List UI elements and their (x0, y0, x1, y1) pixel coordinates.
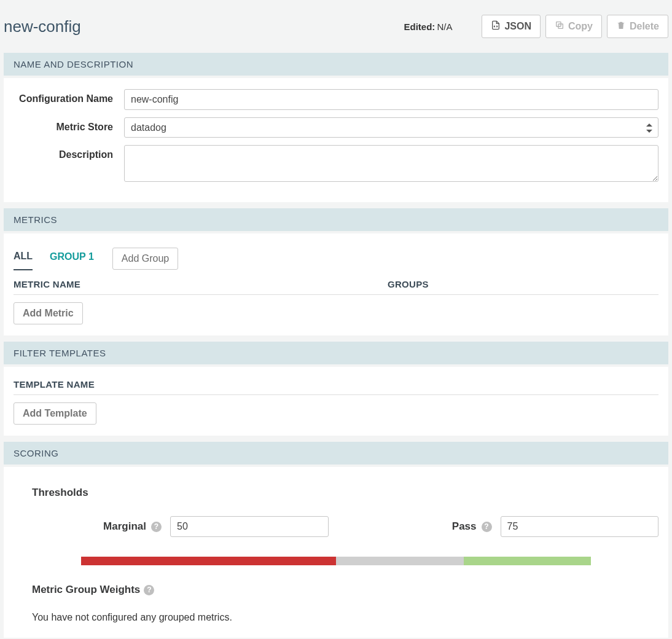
marginal-label: Marginal (103, 520, 146, 533)
thresholds-row: Marginal ? Pass ? (14, 516, 658, 537)
config-name-label: Configuration Name (14, 89, 124, 105)
bar-segment-marginal (336, 557, 464, 565)
col-metric-name: METRIC NAME (14, 279, 388, 289)
page-header: new-config Edited: N/A JSON Copy Delete (4, 4, 668, 47)
tab-all[interactable]: ALL (14, 247, 33, 270)
add-group-button[interactable]: Add Group (112, 248, 178, 270)
panel-metrics: ALL GROUP 1 Add Group METRIC NAME GROUPS… (4, 233, 668, 335)
add-template-button[interactable]: Add Template (14, 402, 96, 425)
templates-table-head: TEMPLATE NAME (14, 379, 658, 395)
bar-segment-fail (81, 557, 336, 565)
help-icon[interactable]: ? (151, 522, 162, 532)
section-header-filter-templates: FILTER TEMPLATES (4, 342, 668, 364)
page-title: new-config (4, 17, 81, 36)
metric-group-weights-title: Metric Group Weights ? (32, 584, 658, 596)
edited-value: N/A (437, 22, 452, 32)
metric-store-label: Metric Store (14, 117, 124, 133)
copy-button[interactable]: Copy (545, 15, 602, 38)
description-label: Description (14, 145, 124, 161)
delete-button[interactable]: Delete (607, 15, 668, 38)
section-header-scoring: SCORING (4, 442, 668, 465)
section-header-metrics: METRICS (4, 208, 668, 231)
section-header-name-desc: NAME AND DESCRIPTION (4, 53, 668, 76)
file-code-icon (491, 20, 501, 33)
metrics-table-head: METRIC NAME GROUPS (14, 279, 658, 295)
col-template-name: TEMPLATE NAME (14, 379, 95, 390)
thresholds-title: Thresholds (32, 487, 658, 499)
edited-label: Edited: (404, 22, 436, 32)
col-groups: GROUPS (388, 279, 658, 289)
description-textarea[interactable] (124, 145, 658, 182)
help-icon[interactable]: ? (482, 522, 492, 532)
panel-name-desc: Configuration Name Metric Store datadog … (4, 78, 668, 202)
copy-button-label: Copy (568, 21, 593, 32)
config-name-input[interactable] (124, 89, 658, 110)
trash-icon (616, 20, 626, 33)
marginal-input[interactable] (170, 516, 329, 537)
help-icon[interactable]: ? (144, 585, 154, 595)
copy-icon (555, 20, 565, 33)
metric-store-select[interactable]: datadog (124, 117, 658, 138)
pass-label: Pass (452, 520, 477, 533)
metrics-tabs: ALL GROUP 1 Add Group (14, 245, 658, 270)
panel-scoring: Thresholds Marginal ? Pass ? Metric Grou… (4, 467, 668, 638)
tab-group-1[interactable]: GROUP 1 (50, 248, 94, 270)
bar-segment-pass (464, 557, 592, 565)
add-metric-button[interactable]: Add Metric (14, 302, 83, 324)
threshold-bar (81, 557, 591, 565)
panel-filter-templates: TEMPLATE NAME Add Template (4, 367, 668, 436)
metric-group-weights-empty: You have not configured any grouped metr… (32, 612, 658, 623)
delete-button-label: Delete (630, 21, 659, 32)
metric-group-weights-label: Metric Group Weights (32, 584, 140, 596)
json-button[interactable]: JSON (482, 15, 541, 38)
json-button-label: JSON (504, 21, 531, 32)
pass-input[interactable] (501, 516, 659, 537)
